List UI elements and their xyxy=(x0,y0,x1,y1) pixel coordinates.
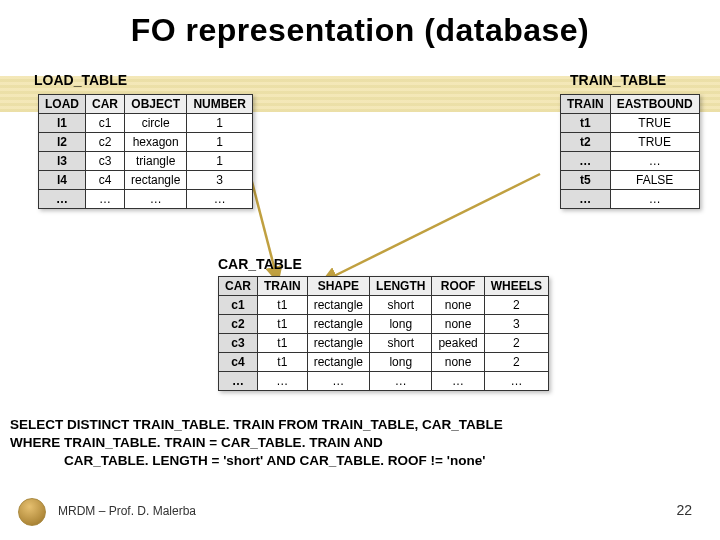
col-object: OBJECT xyxy=(125,95,187,114)
car-table: CAR TRAIN SHAPE LENGTH ROOF WHEELS c1t1r… xyxy=(218,276,549,391)
train-table-label: TRAIN_TABLE xyxy=(570,72,666,88)
table-row: l1c1circle1 xyxy=(39,114,253,133)
table-row: c1t1rectangleshortnone2 xyxy=(219,296,549,315)
col-car: CAR xyxy=(219,277,258,296)
svg-line-1 xyxy=(322,174,540,282)
col-roof: ROOF xyxy=(432,277,484,296)
col-shape: SHAPE xyxy=(307,277,369,296)
col-wheels: WHEELS xyxy=(484,277,548,296)
table-row: t2TRUE xyxy=(561,133,700,152)
col-number: NUMBER xyxy=(187,95,253,114)
footer-text: MRDM – Prof. D. Malerba xyxy=(58,504,196,518)
footer: MRDM – Prof. D. Malerba 22 xyxy=(0,492,720,526)
sql-line1: SELECT DISTINCT TRAIN_TABLE. TRAIN FROM … xyxy=(10,417,503,432)
slide-title: FO representation (database) xyxy=(0,0,720,55)
sql-line3: CAR_TABLE. LENGTH = 'short' AND CAR_TABL… xyxy=(10,452,503,470)
table-row: ……………… xyxy=(219,372,549,391)
col-length: LENGTH xyxy=(370,277,432,296)
table-row: …… xyxy=(561,152,700,171)
table-row: t5FALSE xyxy=(561,171,700,190)
sql-line2: WHERE TRAIN_TABLE. TRAIN = CAR_TABLE. TR… xyxy=(10,435,383,450)
table-row: l3c3triangle1 xyxy=(39,152,253,171)
col-eastbound: EASTBOUND xyxy=(610,95,699,114)
table-row: c3t1rectangleshortpeaked2 xyxy=(219,334,549,353)
page-number: 22 xyxy=(676,502,692,518)
col-train: TRAIN xyxy=(258,277,308,296)
table-row: l4c4rectangle3 xyxy=(39,171,253,190)
col-car: CAR xyxy=(86,95,125,114)
car-table-label: CAR_TABLE xyxy=(218,256,302,272)
sql-query: SELECT DISTINCT TRAIN_TABLE. TRAIN FROM … xyxy=(10,416,503,471)
train-table: TRAIN EASTBOUND t1TRUE t2TRUE …… t5FALSE… xyxy=(560,94,700,209)
seal-icon xyxy=(18,498,46,526)
table-header-row: TRAIN EASTBOUND xyxy=(561,95,700,114)
load-table-label: LOAD_TABLE xyxy=(34,72,127,88)
col-train: TRAIN xyxy=(561,95,611,114)
table-row: ………… xyxy=(39,190,253,209)
col-load: LOAD xyxy=(39,95,86,114)
table-header-row: LOAD CAR OBJECT NUMBER xyxy=(39,95,253,114)
table-row: c2t1rectanglelongnone3 xyxy=(219,315,549,334)
table-row: l2c2hexagon1 xyxy=(39,133,253,152)
table-row: …… xyxy=(561,190,700,209)
table-row: t1TRUE xyxy=(561,114,700,133)
table-row: c4t1rectanglelongnone2 xyxy=(219,353,549,372)
table-header-row: CAR TRAIN SHAPE LENGTH ROOF WHEELS xyxy=(219,277,549,296)
load-table: LOAD CAR OBJECT NUMBER l1c1circle1 l2c2h… xyxy=(38,94,253,209)
